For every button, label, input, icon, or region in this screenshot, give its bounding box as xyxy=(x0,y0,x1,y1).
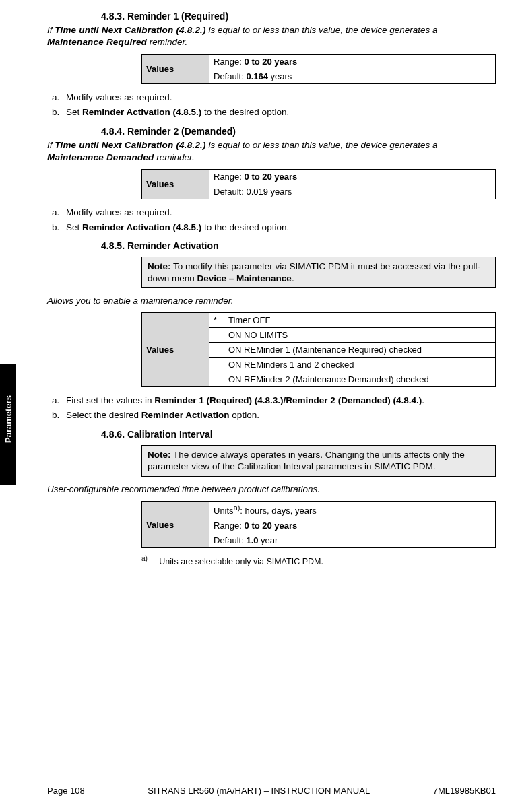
heading-num: 4.8.6. xyxy=(101,429,125,440)
table-cell: Range: 0 to 20 years xyxy=(209,55,496,69)
table-cell: Range: 0 to 20 years xyxy=(209,518,496,533)
footer-docnum: 7ML19985KB01 xyxy=(433,786,496,796)
heading-title: Calibration Interval xyxy=(127,429,213,440)
table-cell: Default: 0.019 years xyxy=(209,184,496,199)
text: Range: xyxy=(214,172,245,182)
footnote-ref: a) xyxy=(234,504,240,512)
values-table-4-8-6: Values Unitsa): hours, days, years Range… xyxy=(141,501,496,548)
text: reminder. xyxy=(154,152,195,162)
menu-path: Device – Maintenance xyxy=(197,273,292,283)
term: Maintenance Demanded xyxy=(47,152,154,162)
ref-link: Reminder Activation (4.8.5.) xyxy=(82,222,201,232)
value: 1.0 xyxy=(246,535,258,545)
marker-cell xyxy=(209,343,224,358)
text: First set the values in xyxy=(66,395,154,405)
heading-title: Reminder 1 (Required) xyxy=(127,11,228,22)
ref-link: Time until Next Calibration (4.8.2.) xyxy=(55,25,206,35)
text: Default: xyxy=(214,535,246,545)
marker-cell xyxy=(209,328,224,343)
footnote-marker: a) xyxy=(141,555,148,562)
desc-4-8-4: If Time until Next Calibration (4.8.2.) … xyxy=(47,139,496,164)
heading-4-8-4: 4.8.4. Reminder 2 (Demanded) xyxy=(101,126,496,137)
step-item: Modify values as required. xyxy=(62,206,496,219)
text: to the desired option. xyxy=(201,222,289,232)
desc-4-8-5: Allows you to enable a maintenance remin… xyxy=(47,295,496,307)
note-label: Note: xyxy=(148,261,171,271)
heading-num: 4.8.3. xyxy=(101,11,125,22)
text: : hours, days, years xyxy=(240,506,316,516)
text: Select the desired xyxy=(66,410,141,420)
text: If xyxy=(47,140,55,150)
footnote-text: Units are selectable only via SIMATIC PD… xyxy=(159,557,323,566)
heading-title: Reminder Activation xyxy=(127,240,219,251)
heading-num: 4.8.5. xyxy=(101,240,125,251)
text: option. xyxy=(230,410,259,420)
option-cell: ON REMinder 1 (Maintenance Required) che… xyxy=(224,343,496,358)
heading-title: Reminder 2 (Demanded) xyxy=(127,126,236,137)
values-table-4-8-5: Values * Timer OFF ON NO LIMITS ON REMin… xyxy=(141,312,496,387)
desc-4-8-6: User-configurable recommended time betwe… xyxy=(47,483,496,496)
values-table-4-8-3: Values Range: 0 to 20 years Default: 0.1… xyxy=(141,54,496,84)
option-cell: ON NO LIMITS xyxy=(224,328,496,343)
ref-link: Reminder Activation (4.8.5.) xyxy=(82,107,201,117)
values-header: Values xyxy=(142,55,209,84)
ref-link: Time until Next Calibration (4.8.2.) xyxy=(55,140,206,150)
value: 0 to 20 years xyxy=(245,57,298,67)
step-item: Modify values as required. xyxy=(62,91,496,104)
table-cell: Default: 0.164 years xyxy=(209,69,496,84)
text: Set xyxy=(66,222,82,232)
text: to the desired option. xyxy=(201,107,289,117)
value: 0.164 xyxy=(246,71,268,81)
step-item: First set the values in Reminder 1 (Requ… xyxy=(62,394,496,407)
text: year xyxy=(259,535,278,545)
term: Maintenance Required xyxy=(47,37,147,47)
text: Range: xyxy=(214,520,245,531)
value: 0 to 20 years xyxy=(245,172,298,182)
table-cell: Unitsa): hours, days, years xyxy=(209,501,496,518)
marker-cell xyxy=(209,358,224,372)
desc-4-8-3: If Time until Next Calibration (4.8.2.) … xyxy=(47,24,496,48)
values-header: Values xyxy=(142,313,209,387)
footer-page: Page 108 xyxy=(47,786,85,796)
table-cell: Default: 1.0 year xyxy=(209,533,496,548)
option-cell: Timer OFF xyxy=(224,313,496,328)
heading-4-8-6: 4.8.6. Calibration Interval xyxy=(101,429,496,440)
text: is equal to or less than this value, the… xyxy=(206,25,438,35)
text: If xyxy=(47,25,55,35)
page-footer: Page 108 SITRANS LR560 (mA/HART) – INSTR… xyxy=(47,786,496,796)
page-content: 4.8.3. Reminder 1 (Required) If Time unt… xyxy=(0,0,516,566)
steps-4-8-5: First set the values in Reminder 1 (Requ… xyxy=(62,394,496,421)
value: 0 to 20 years xyxy=(245,520,298,531)
note-4-8-5: Note: To modify this parameter via SIMAT… xyxy=(141,257,496,288)
step-item: Set Reminder Activation (4.8.5.) to the … xyxy=(62,106,496,119)
values-table-4-8-4: Values Range: 0 to 20 years Default: 0.0… xyxy=(141,169,496,199)
footer-title: SITRANS LR560 (mA/HART) – INSTRUCTION MA… xyxy=(148,786,370,796)
heading-4-8-3: 4.8.3. Reminder 1 (Required) xyxy=(101,11,496,22)
text: Range: xyxy=(214,57,245,67)
ref-link: Reminder 1 (Required) (4.8.3.)/Reminder … xyxy=(154,395,422,405)
text: years xyxy=(268,71,292,81)
text: is equal to or less than this value, the… xyxy=(206,140,438,150)
step-item: Select the desired Reminder Activation o… xyxy=(62,409,496,422)
default-marker: * xyxy=(209,313,224,328)
option-cell: ON REMinder 2 (Maintenance Demanded) che… xyxy=(224,372,496,387)
text: reminder. xyxy=(147,37,187,47)
text: Default: xyxy=(214,71,246,81)
note-4-8-6: Note: The device always operates in year… xyxy=(141,445,496,477)
side-tab-label: Parameters xyxy=(3,393,13,446)
steps-4-8-3: Modify values as required. Set Reminder … xyxy=(62,91,496,119)
values-header: Values xyxy=(142,170,209,199)
steps-4-8-4: Modify values as required. Set Reminder … xyxy=(62,206,496,234)
option-cell: ON REMinders 1 and 2 checked xyxy=(224,358,496,372)
heading-4-8-5: 4.8.5. Reminder Activation xyxy=(101,240,496,251)
table-cell: Range: 0 to 20 years xyxy=(209,170,496,184)
marker-cell xyxy=(209,372,224,387)
note-label: Note: xyxy=(148,450,171,460)
footnote-4-8-6: a) Units are selectable only via SIMATIC… xyxy=(141,555,496,566)
text: Units xyxy=(214,506,234,516)
values-header: Values xyxy=(142,501,209,547)
text: . xyxy=(422,395,424,405)
text: Set xyxy=(66,107,82,117)
step-item: Set Reminder Activation (4.8.5.) to the … xyxy=(62,221,496,234)
text: The device always operates in years. Cha… xyxy=(148,450,465,472)
